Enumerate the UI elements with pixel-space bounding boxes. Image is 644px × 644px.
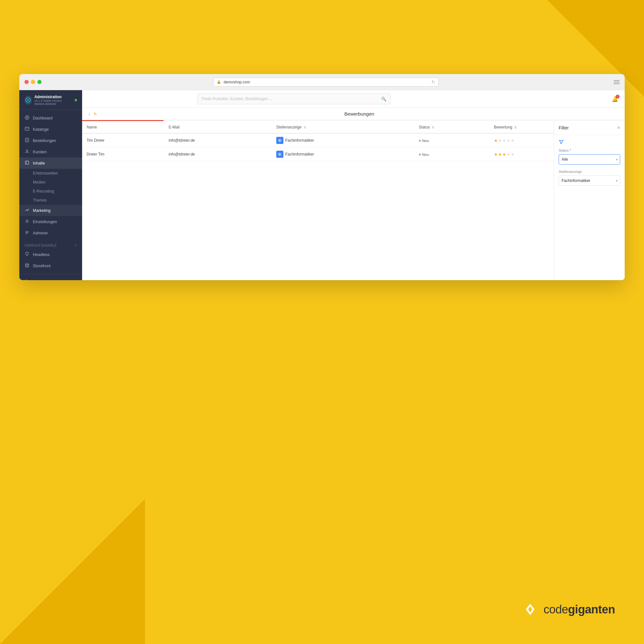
sidebar-label-kunden: Kunden <box>33 150 47 154</box>
kunden-icon <box>24 149 30 155</box>
sidebar-sub-erlebniswelten[interactable]: Erlebniswelten <box>19 169 82 178</box>
branding: codegiganten <box>521 601 615 618</box>
star-1-5: ★ <box>511 138 515 143</box>
star-1-4: ★ <box>507 138 510 143</box>
sidebar-item-dashboard[interactable]: Dashboard <box>19 112 82 124</box>
dashboard-icon <box>24 115 30 121</box>
sidebar-sub-label-medien: Medien <box>33 180 45 185</box>
sales-channels-section: Verkaufskanäle + <box>19 239 82 249</box>
row2-job: Fachinformatiker <box>272 147 414 161</box>
sidebar-item-storefront[interactable]: Storefront <box>19 260 82 271</box>
page-title: Bewerbungen <box>100 111 618 117</box>
sidebar-label-inhalte: Inhalte <box>33 161 45 166</box>
sidebar-sub-label-erlebniswelten: Erlebniswelten <box>33 171 58 175</box>
sidebar-item-einstellungen[interactable]: Einstellungen <box>19 216 82 227</box>
svg-point-9 <box>26 150 28 152</box>
col-stellenanzeige[interactable]: Stellenanzeige ⇅ <box>272 121 414 133</box>
table-row[interactable]: Dreier Tim info@tdreier.de <box>82 147 625 161</box>
brand-name: codegiganten <box>544 603 615 616</box>
job-icon <box>276 137 283 144</box>
sidebar-item-bestellungen[interactable]: Bestellungen <box>19 135 82 146</box>
row2-status: Neu <box>414 147 489 161</box>
row2-name: Dreier Tim <box>82 147 164 161</box>
filter-title: Filter <box>559 125 569 130</box>
sales-channels-add[interactable]: + <box>74 243 77 248</box>
table-row[interactable]: Tim Dreier info@tdreier.de <box>82 133 625 147</box>
svg-rect-3 <box>25 127 29 130</box>
einstellungen-icon <box>24 219 30 224</box>
sidebar-sub-themes[interactable]: Themes <box>19 196 82 205</box>
edit-button[interactable]: ✎ <box>93 111 97 117</box>
svg-rect-10 <box>25 161 29 164</box>
star-2-5: ★ <box>511 152 515 157</box>
row2-status-label: Neu <box>422 153 429 156</box>
sidebar-item-adminer[interactable]: Adminer <box>19 227 82 239</box>
top-bar: Finde Produkte, Kunden, Bestellungen ...… <box>82 90 625 108</box>
row1-name: Tim Dreier <box>82 133 164 147</box>
sidebar-sub-medien[interactable]: Medien <box>19 178 82 187</box>
search-placeholder: Finde Produkte, Kunden, Bestellungen ... <box>202 97 379 101</box>
sidebar-sub-erecruiting[interactable]: E-Recruiting <box>19 187 82 196</box>
traffic-lights <box>24 80 42 84</box>
col-name[interactable]: Name <box>82 121 164 133</box>
address-bar[interactable]: 🔒 demoshop.com ↻ <box>213 78 439 87</box>
sidebar-item-marketing[interactable]: Marketing <box>19 205 82 216</box>
star-1-1: ★ <box>494 138 498 143</box>
search-bar[interactable]: Finde Produkte, Kunden, Bestellungen ...… <box>197 93 391 104</box>
star-1-3: ★ <box>502 138 506 143</box>
kataloge-icon <box>24 127 30 132</box>
fullscreen-button[interactable] <box>37 80 42 84</box>
row2-job-label: Fachinformatiker <box>285 152 314 156</box>
row2-email: info@tdreier.de <box>164 147 272 161</box>
marketing-icon <box>24 208 30 213</box>
sidebar-sub-label-themes: Themes <box>33 198 47 203</box>
refresh-icon[interactable]: ↻ <box>431 80 435 84</box>
sidebar-item-headless[interactable]: Headless <box>19 249 82 260</box>
content-header: ‹ ✎ Bewerbungen <box>82 108 625 120</box>
star-2-3: ★ <box>502 152 506 157</box>
filter-funnel-icon <box>559 139 564 145</box>
bestellungen-icon <box>24 138 30 143</box>
filter-status-select[interactable]: Alle Neu In Bearbeitung Abgelehnt Angeno… <box>559 154 620 165</box>
sidebar-header: Administration v6.1.9 Stable Version 999… <box>19 90 82 110</box>
sidebar-item-inhalte[interactable]: Inhalte <box>19 157 82 169</box>
adminer-icon <box>24 230 30 236</box>
row1-job: Fachinformatiker <box>272 133 414 147</box>
sort-bewertung-icon: ⇅ <box>514 126 517 129</box>
filter-close-button[interactable]: × <box>617 125 620 131</box>
back-button[interactable]: ‹ <box>89 111 90 117</box>
col-email[interactable]: E-Mail <box>164 121 272 133</box>
col-status[interactable]: Status ⇅ <box>414 121 489 133</box>
col-stellenanzeige-label: Stellenanzeige <box>276 125 302 129</box>
row1-status: Neu <box>414 133 489 147</box>
star-2-2: ★ <box>498 152 502 157</box>
lock-icon: 🔒 <box>217 80 221 84</box>
filter-stelle-wrapper: Fachinformatiker Andere <box>559 175 620 186</box>
status-dot-1 <box>419 140 421 142</box>
brand-text-light: code <box>544 603 568 616</box>
filter-stelle-select[interactable]: Fachinformatiker Andere <box>559 175 620 186</box>
svg-point-18 <box>25 280 28 280</box>
notification-btn[interactable]: 🔔 1 <box>612 96 618 102</box>
col-bewertung-label: Bewertung <box>494 125 512 129</box>
sidebar-label-bestellungen: Bestellungen <box>33 138 56 143</box>
sidebar-item-kataloge[interactable]: Kataloge <box>19 124 82 135</box>
sidebar-item-kunden[interactable]: Kunden <box>19 146 82 157</box>
menu-minimize-btn[interactable]: Menu minimieren <box>24 278 77 280</box>
search-icon[interactable]: 🔍 <box>381 97 386 101</box>
sidebar: Administration v6.1.9 Stable Version 999… <box>19 90 82 280</box>
close-button[interactable] <box>24 80 29 84</box>
job-icon-2 <box>276 151 283 158</box>
content-area: ‹ ✎ Bewerbungen Name E-Mail <box>82 108 625 280</box>
table-section: Name E-Mail Stellenanzeige ⇅ Status ⇅ <box>82 121 625 280</box>
minimize-button[interactable] <box>31 80 35 84</box>
online-indicator <box>75 99 77 101</box>
headless-icon <box>24 252 30 257</box>
sort-stellenanzeige-icon: ⇅ <box>304 126 306 129</box>
url-text: demoshop.com <box>224 80 250 84</box>
sales-channels-label: Verkaufskanäle <box>24 244 57 247</box>
sidebar-label-einstellungen: Einstellungen <box>33 220 57 224</box>
sidebar-label-headless: Headless <box>33 252 50 257</box>
browser-menu-icon[interactable] <box>614 80 620 84</box>
sidebar-label-dashboard: Dashboard <box>33 116 52 120</box>
